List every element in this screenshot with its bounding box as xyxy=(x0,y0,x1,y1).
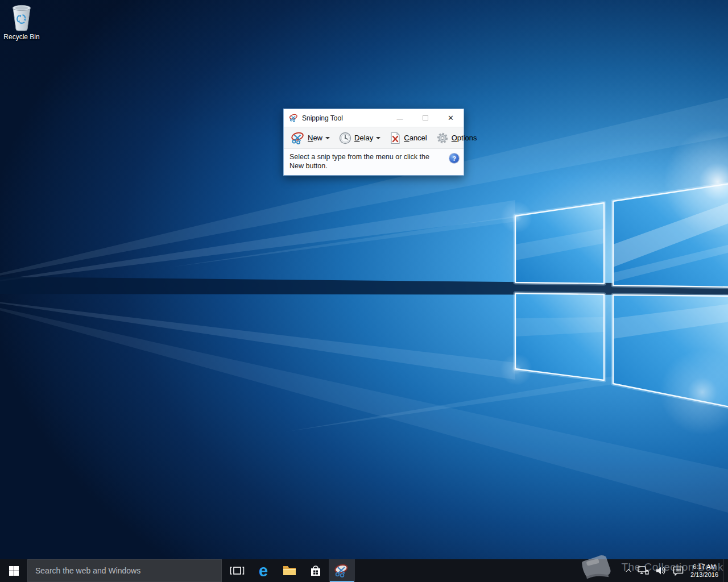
chevron-up-icon xyxy=(626,568,631,574)
cancel-label: Cancel xyxy=(404,134,427,142)
options-label: Options xyxy=(452,134,477,142)
taskbar: e xyxy=(0,559,728,582)
status-text: Select a snip type from the menu or clic… xyxy=(289,152,442,171)
help-button[interactable]: ? xyxy=(449,153,459,163)
snipping-tool-window: Snipping Tool — ✕ New xyxy=(283,109,464,176)
toolbar: New Delay xyxy=(284,127,464,149)
clock-date: 2/13/2016 xyxy=(690,571,718,579)
delay-dropdown-caret[interactable] xyxy=(376,137,380,139)
show-hidden-icons-button[interactable] xyxy=(624,559,634,582)
cancel-icon xyxy=(390,132,401,144)
task-view-button[interactable] xyxy=(224,559,250,582)
clock-icon xyxy=(339,132,351,144)
scissors-icon xyxy=(291,132,305,144)
help-icon: ? xyxy=(452,155,456,162)
options-button[interactable]: Options xyxy=(432,130,481,147)
edge-button[interactable]: e xyxy=(250,559,276,582)
windows-start-icon xyxy=(9,566,19,576)
new-button[interactable]: New xyxy=(287,130,334,147)
speaker-icon xyxy=(655,566,667,576)
titlebar[interactable]: Snipping Tool — ✕ xyxy=(284,109,464,127)
network-button[interactable] xyxy=(634,559,652,582)
recycle-bin-glyph xyxy=(9,3,35,32)
delay-button[interactable]: Delay xyxy=(335,130,384,147)
network-icon xyxy=(637,566,650,576)
new-dropdown-caret[interactable] xyxy=(325,137,330,139)
search-input[interactable] xyxy=(28,566,221,575)
recycle-bin-label: Recycle Bin xyxy=(0,33,43,41)
start-button[interactable] xyxy=(0,559,27,582)
desktop[interactable]: Recycle Bin Snipping Tool — ✕ xyxy=(0,0,728,582)
close-icon: ✕ xyxy=(448,114,454,122)
left-corner-glint xyxy=(500,201,532,233)
close-button[interactable]: ✕ xyxy=(438,109,464,127)
taskbar-clock[interactable]: 6:17 AM 2/13/2016 xyxy=(687,563,723,579)
caption-buttons: — ✕ xyxy=(387,109,464,127)
statusbar: Select a snip type from the menu or clic… xyxy=(284,149,464,175)
windows-hero-wallpaper xyxy=(0,0,728,582)
task-view-icon xyxy=(230,565,245,576)
volume-button[interactable] xyxy=(652,559,669,582)
maximize-icon xyxy=(423,115,428,120)
window-title: Snipping Tool xyxy=(302,114,387,122)
file-explorer-button[interactable] xyxy=(276,559,303,582)
recycle-bin-icon[interactable]: Recycle Bin xyxy=(0,3,43,41)
show-desktop-button[interactable] xyxy=(723,559,726,582)
file-explorer-icon xyxy=(282,564,297,577)
new-label: New xyxy=(308,134,322,142)
action-center-button[interactable] xyxy=(669,559,687,582)
maximize-button[interactable] xyxy=(412,109,438,127)
minimize-button[interactable]: — xyxy=(387,109,412,127)
system-tray: 6:17 AM 2/13/2016 xyxy=(624,559,728,582)
snipping-tool-taskbar-icon xyxy=(334,564,349,577)
minimize-icon: — xyxy=(397,115,403,122)
delay-label: Delay xyxy=(354,134,373,142)
left-lower-glint xyxy=(500,354,532,385)
clock-time: 6:17 AM xyxy=(690,563,718,571)
store-button[interactable] xyxy=(303,559,329,582)
gear-icon xyxy=(436,132,449,144)
snipping-tool-taskbar-button[interactable] xyxy=(329,559,355,582)
cancel-button[interactable]: Cancel xyxy=(386,130,431,147)
action-center-icon xyxy=(672,566,684,576)
store-icon xyxy=(309,564,322,577)
snipping-tool-icon xyxy=(289,114,299,122)
taskbar-search[interactable] xyxy=(27,559,222,582)
edge-icon: e xyxy=(259,563,268,579)
